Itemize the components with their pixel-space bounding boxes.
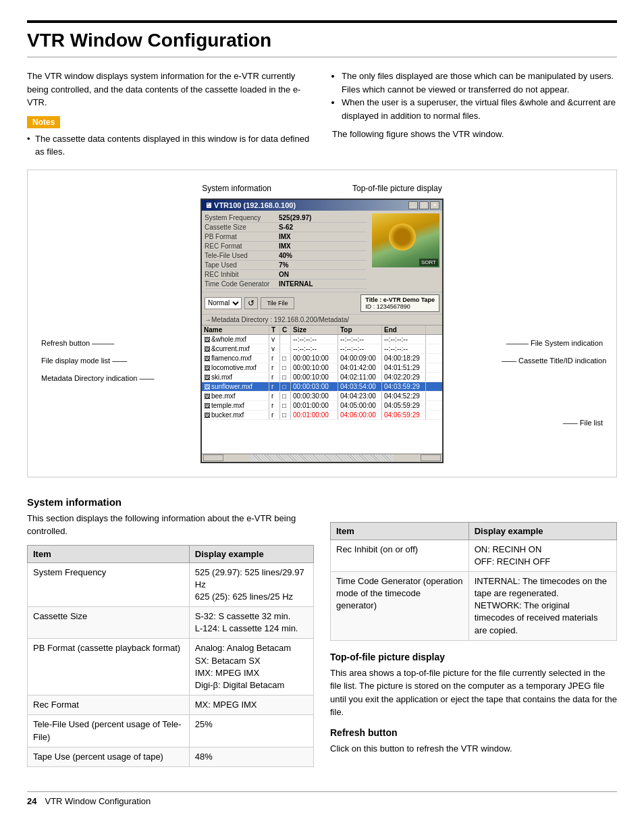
th-item-r: Item	[331, 522, 469, 540]
intro-bullet-2: When the user is a superuser, the virtua…	[342, 96, 617, 122]
col-header-top: Top	[338, 325, 382, 334]
tile-file-button[interactable]: Tile File	[261, 297, 294, 309]
item-pb: PB Format (cassette playback format)	[28, 639, 190, 695]
col-header-t: T	[269, 325, 280, 334]
page-footer: 24 VTR Window Configuration	[27, 791, 617, 806]
file-row-current[interactable]: 🖼&current.mxf v --:--:--:-- --:--:--:-- …	[202, 344, 442, 354]
vtr-thumbnail: SORT	[372, 213, 439, 267]
thumbnail-overlay: SORT	[419, 259, 438, 266]
vtr-row-tele: Tele-File Used 40%	[205, 251, 367, 261]
top-border	[27, 20, 617, 23]
table-row: Time Code Generator (operation mode of t…	[331, 571, 617, 640]
refresh-title: Refresh button	[330, 727, 617, 738]
item-cass: Cassette Size	[28, 607, 190, 639]
file-row-temple[interactable]: 🖼temple.mxf r □ 00:01:00:00 04:05:00:00 …	[202, 401, 442, 411]
vtr-window: 🖥 VTR100 (192.168.0.100) _ □ × System Fr…	[200, 199, 444, 463]
label-top-of-file: Top-of-file picture display	[352, 184, 442, 193]
page-number: 24	[27, 796, 36, 806]
sys-info-desc: This section displays the following info…	[27, 512, 314, 538]
right-annotations: ——— File System indication —— Cassette T…	[502, 239, 603, 436]
th-item: Item	[28, 545, 190, 562]
filelist-header: Name T C Size Top End	[202, 325, 442, 335]
ann-file-display: File display mode list ——	[41, 357, 156, 365]
ann-file-system: ——— File System indication	[502, 339, 603, 347]
notes-label: Notes	[27, 116, 60, 128]
vtr-row-pb: PB Format IMX	[205, 232, 367, 242]
vtr-row-tape: Tape Used 7%	[205, 261, 367, 270]
item-tele: Tele-File Used (percent usage of Tele-Fi…	[28, 715, 190, 747]
th-display-r: Display example	[468, 522, 616, 540]
ann-file-list: —— File list	[502, 419, 603, 427]
table-row: PB Format (cassette playback format) Ana…	[28, 639, 314, 695]
titlebar-buttons: _ □ ×	[408, 201, 439, 209]
ann-cassette-title: —— Cassette Title/ID indication	[502, 357, 603, 365]
refresh-desc: Click on this button to refresh the VTR …	[330, 742, 617, 756]
table-row: Tele-File Used (percent usage of Tele-Fi…	[28, 715, 314, 747]
vtr-body: System Frequency 525(29.97) Cassette Siz…	[202, 211, 442, 292]
vtr-row-inhibit: REC Inhibit ON	[205, 270, 367, 280]
label-system-info: System information	[202, 184, 271, 193]
intro-text: The VTR window displays system informati…	[27, 70, 312, 109]
vtr-row-tcgen: Time Code Generator INTERNAL	[205, 280, 367, 289]
figure-caption: The following figure shows the VTR windo…	[332, 129, 617, 139]
display-cass: S-32: S cassette 32 min.L-124: L cassett…	[189, 607, 313, 639]
file-row-locomotive[interactable]: 🖼locomotive.mxf r □ 00:00:10:00 04:01:42…	[202, 363, 442, 373]
file-row-whole[interactable]: 🖼&whole.mxf v --:--:--:-- --:--:--:-- --…	[202, 335, 442, 344]
notes-item-1: The cassette data contents displayed in …	[27, 132, 312, 159]
th-display: Display example	[189, 545, 313, 562]
file-row-ski[interactable]: 🖼ski.mxf r □ 00:00:10:00 04:02:11:00 04:…	[202, 373, 442, 382]
bottom-content: System information This section displays…	[27, 494, 617, 778]
top-file-desc: This area shows a top-of-file picture fo…	[330, 666, 617, 719]
file-row-flamenco[interactable]: 🖼flamenco.mxf r □ 00:00:10:00 04:00:09:0…	[202, 354, 442, 363]
display-tcgen: INTERNAL: The timecodes on the tape are …	[468, 571, 616, 640]
display-pb: Analog: Analog BetacamSX: Betacam SXIMX:…	[189, 639, 313, 695]
col-header-size: Size	[291, 325, 338, 334]
file-display-dropdown[interactable]: Normal	[205, 297, 242, 309]
item-tape: Tape Use (percent usage of tape)	[28, 747, 190, 766]
item-rec: Rec Format	[28, 695, 190, 715]
metadata-dir: →Metadata Directory : 192.168.0.200/Meta…	[202, 315, 442, 325]
maximize-btn[interactable]: □	[419, 201, 429, 209]
table-row: Tape Use (percent usage of tape) 48%	[28, 747, 314, 766]
item-tcgen: Time Code Generator (operation mode of t…	[331, 571, 469, 640]
table-row: Rec Format MX: MPEG IMX	[28, 695, 314, 715]
intro-left: The VTR window displays system informati…	[27, 70, 312, 159]
page-chapter: VTR Window Configuration	[45, 796, 151, 806]
file-row-bucker[interactable]: 🖼bucker.mxf r □ 00:01:00:00 04:06:00:00 …	[202, 411, 442, 420]
notes-section: Notes The cassette data contents display…	[27, 116, 312, 159]
vtr-info-panel: System Frequency 525(29.97) Cassette Siz…	[202, 211, 369, 292]
display-rec: MX: MPEG IMX	[189, 695, 313, 715]
vtr-window-outer: Refresh button ——— File display mode lis…	[41, 199, 603, 463]
vtr-title-text: 🖥 VTR100 (192.168.0.100)	[205, 201, 296, 209]
col-header-c: C	[280, 325, 291, 334]
vtr-row-freq: System Frequency 525(29.97)	[205, 213, 367, 223]
scrollbar-h[interactable]	[202, 454, 442, 462]
item-freq: System Frequency	[28, 562, 190, 607]
table-row: Rec Inhibit (on or off) ON: RECINH ONOFF…	[331, 540, 617, 571]
diagram-labels-top: System information Top-of-file picture d…	[41, 184, 603, 193]
display-tape: 48%	[189, 747, 313, 766]
sys-info-table-right: Item Display example Rec Inhibit (on or …	[330, 522, 617, 641]
intro-section: The VTR window displays system informati…	[27, 70, 617, 159]
close-btn[interactable]: ×	[430, 201, 439, 209]
vtr-filelist: Name T C Size Top End 🖼&whole.mxf v --:-…	[202, 325, 442, 420]
empty-space	[202, 420, 442, 454]
display-inhibit: ON: RECINH ONOFF: RECINH OFF	[468, 540, 616, 571]
display-tele: 25%	[189, 715, 313, 747]
file-row-sunflower[interactable]: 🖼sunflower.mxf r □ 00:00:03:00 04:03:54:…	[202, 382, 442, 392]
vtr-row-rec: REC Format IMX	[205, 242, 367, 251]
display-freq: 525 (29.97): 525 lines/29.97 Hz625 (25):…	[189, 562, 313, 607]
vtr-titlebar: 🖥 VTR100 (192.168.0.100) _ □ ×	[202, 200, 442, 211]
ann-refresh: Refresh button ———	[41, 339, 156, 347]
sys-info-table: Item Display example System Frequency 52…	[27, 545, 314, 767]
ann-metadata: Metadata Directory indication ——	[41, 374, 156, 382]
file-row-bee[interactable]: 🖼bee.mxf r □ 00:00:30:00 04:04:23:00 04:…	[202, 392, 442, 401]
vtr-toolbar: Normal ↺ Tile File Title : e-VTR Demo Ta…	[202, 292, 442, 315]
page: VTR Window Configuration The VTR window …	[0, 0, 644, 826]
top-file-title: Top-of-file picture display	[330, 652, 617, 662]
col-header-end: End	[382, 325, 426, 334]
minimize-btn[interactable]: _	[408, 201, 418, 209]
left-annotations: Refresh button ——— File display mode lis…	[41, 239, 156, 392]
cassette-info: Title : e-VTR Demo Tape ID : 1234567890	[360, 294, 439, 312]
refresh-button[interactable]: ↺	[244, 297, 258, 309]
